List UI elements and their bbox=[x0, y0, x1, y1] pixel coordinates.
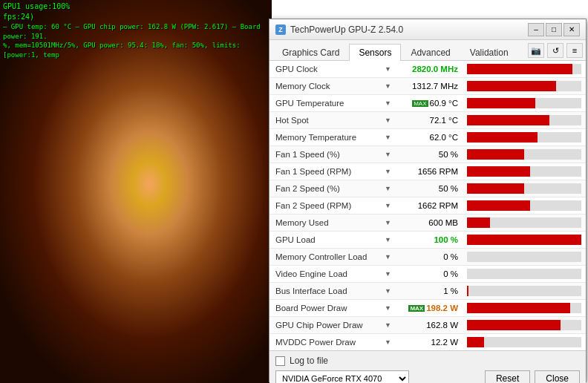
sensor-bar bbox=[467, 235, 581, 245]
tab-validation[interactable]: Validation bbox=[460, 44, 518, 61]
sensor-value: 1662 RPM bbox=[396, 201, 463, 210]
sensor-dropdown-icon[interactable]: ▼ bbox=[385, 99, 391, 107]
sensor-dropdown-icon[interactable]: ▼ bbox=[385, 321, 391, 329]
reset-button[interactable]: Reset bbox=[485, 370, 530, 383]
sensor-row: GPU Load▼100 % bbox=[270, 232, 586, 249]
sensor-bar-container bbox=[467, 337, 581, 347]
sensor-name: Memory Temperature▼ bbox=[270, 133, 396, 142]
sensor-value: 600 MB bbox=[396, 218, 463, 227]
gpu-select[interactable]: NVIDIA GeForce RTX 4070 bbox=[275, 370, 409, 383]
sensor-bar-container bbox=[467, 64, 581, 74]
tab-advanced[interactable]: Advanced bbox=[401, 44, 460, 61]
sensor-dropdown-icon[interactable]: ▼ bbox=[385, 338, 391, 346]
sensor-value: MAX198.2 W bbox=[396, 304, 463, 312]
sensor-bar bbox=[467, 200, 530, 211]
title-bar: Z TechPowerUp GPU-Z 2.54.0 – □ ✕ bbox=[270, 19, 586, 40]
sensor-dropdown-icon[interactable]: ▼ bbox=[385, 82, 391, 90]
sensor-dropdown-icon[interactable]: ▼ bbox=[385, 134, 391, 141]
sensor-bar-container bbox=[467, 286, 581, 296]
tab-graphics-card[interactable]: Graphics Card bbox=[272, 44, 349, 61]
sensor-dropdown-icon[interactable]: ▼ bbox=[385, 117, 391, 124]
sensor-name: Hot Spot▼ bbox=[270, 116, 396, 125]
sensor-row: Memory Clock▼1312.7 MHz bbox=[270, 78, 586, 95]
sensor-bar bbox=[467, 183, 524, 194]
sensor-row: Fan 1 Speed (%)▼50 % bbox=[270, 146, 586, 163]
refresh-button[interactable]: ↺ bbox=[547, 43, 564, 58]
maximize-button[interactable]: □ bbox=[546, 23, 562, 36]
sensor-dropdown-icon[interactable]: ▼ bbox=[385, 270, 391, 278]
sensor-dropdown-icon[interactable]: ▼ bbox=[385, 236, 391, 243]
sensor-dropdown-icon[interactable]: ▼ bbox=[385, 151, 391, 158]
sensor-bar-container bbox=[467, 149, 581, 160]
nav-tabs: Graphics Card Sensors Advanced Validatio… bbox=[272, 43, 518, 60]
sensor-dropdown-icon[interactable]: ▼ bbox=[385, 168, 391, 175]
sensor-bar-container bbox=[467, 200, 581, 211]
sensor-name: Fan 1 Speed (RPM)▼ bbox=[270, 167, 396, 176]
sensor-row: GPU Clock▼2820.0 MHz bbox=[270, 61, 586, 78]
sensor-name: Memory Clock▼ bbox=[270, 82, 396, 91]
menu-button[interactable]: ≡ bbox=[566, 43, 583, 58]
screenshot-button[interactable]: 📷 bbox=[528, 43, 544, 58]
sensor-row: Fan 2 Speed (%)▼50 % bbox=[270, 180, 586, 197]
sensor-bar-container bbox=[467, 269, 581, 279]
sensor-value: 0 % bbox=[396, 252, 463, 261]
sensor-row: Board Power Draw▼MAX198.2 W bbox=[270, 300, 586, 317]
sensor-bar bbox=[467, 64, 572, 74]
sensor-name: Fan 2 Speed (%)▼ bbox=[270, 184, 396, 193]
log-row: Log to file bbox=[275, 356, 580, 366]
sensor-bar bbox=[467, 149, 524, 160]
tab-sensors[interactable]: Sensors bbox=[349, 44, 401, 61]
sensor-bar bbox=[467, 217, 490, 228]
close-window-button[interactable]: ✕ bbox=[564, 23, 580, 36]
sensor-row: MVDDC Power Draw▼12.2 W bbox=[270, 334, 586, 350]
overlay-line3: – GPU temp: 60 °C – GPU chip power: 162.… bbox=[3, 22, 269, 41]
sensor-name: GPU Load▼ bbox=[270, 235, 396, 244]
sensor-bar bbox=[467, 320, 561, 330]
sensor-bar-container bbox=[467, 252, 581, 262]
sensor-dropdown-icon[interactable]: ▼ bbox=[385, 304, 391, 312]
window-title: TechPowerUp GPU-Z 2.54.0 bbox=[290, 24, 403, 35]
sensor-name: Board Power Draw▼ bbox=[270, 304, 396, 312]
sensor-bar-container bbox=[467, 235, 581, 245]
sensor-bar bbox=[467, 286, 468, 296]
sensor-row: Bus Interface Load▼1 % bbox=[270, 283, 586, 300]
log-checkbox[interactable] bbox=[275, 356, 285, 366]
sensor-dropdown-icon[interactable]: ▼ bbox=[385, 202, 391, 209]
sensor-row: GPU Chip Power Draw▼162.8 W bbox=[270, 317, 586, 334]
minimize-button[interactable]: – bbox=[528, 23, 544, 36]
sensor-value: 100 % bbox=[396, 235, 463, 244]
sensor-bar-container bbox=[467, 303, 581, 313]
sensor-dropdown-icon[interactable]: ▼ bbox=[385, 185, 391, 192]
sensor-dropdown-icon[interactable]: ▼ bbox=[385, 253, 391, 261]
sensor-bar-container bbox=[467, 166, 581, 177]
sensor-name: Video Engine Load▼ bbox=[270, 269, 396, 278]
sensor-bar-container bbox=[467, 132, 581, 143]
sensor-bar bbox=[467, 115, 549, 125]
sensor-dropdown-icon[interactable]: ▼ bbox=[385, 219, 391, 226]
sensor-name: GPU Chip Power Draw▼ bbox=[270, 321, 396, 330]
sensor-value: 1312.7 MHz bbox=[396, 82, 463, 91]
sensor-bar bbox=[467, 166, 530, 177]
title-bar-left: Z TechPowerUp GPU-Z 2.54.0 bbox=[275, 24, 403, 35]
sensor-value: 1656 RPM bbox=[396, 167, 463, 176]
sensor-name: Bus Interface Load▼ bbox=[270, 287, 396, 295]
sensor-dropdown-icon[interactable]: ▼ bbox=[385, 65, 391, 73]
sensor-row: Fan 2 Speed (RPM)▼1662 RPM bbox=[270, 197, 586, 215]
overlay-line2: fps:24) bbox=[3, 12, 269, 22]
close-button[interactable]: Close bbox=[535, 370, 580, 383]
sensor-bar-container bbox=[467, 115, 581, 125]
sensor-name: MVDDC Power Draw▼ bbox=[270, 338, 396, 347]
sensor-dropdown-icon[interactable]: ▼ bbox=[385, 287, 391, 295]
overlay-line4: %, mem=10501MHz/5%, GPU power: 95.4: 18%… bbox=[3, 41, 269, 59]
sensor-value: 2820.0 MHz bbox=[396, 65, 463, 73]
background-image: GPU1 usage:100% fps:24) – GPU temp: 60 °… bbox=[0, 0, 272, 383]
sensor-value: 72.1 °C bbox=[396, 116, 463, 125]
sensor-name: Memory Used▼ bbox=[270, 218, 396, 227]
action-buttons: Reset Close bbox=[485, 370, 580, 383]
sensor-bar-container bbox=[467, 98, 581, 108]
sensor-value: 0 % bbox=[396, 269, 463, 278]
sensor-name: GPU Temperature▼ bbox=[270, 99, 396, 108]
bottom-bar: Log to file NVIDIA GeForce RTX 4070 Rese… bbox=[270, 350, 586, 383]
sensor-bar bbox=[467, 98, 535, 108]
app-icon: Z bbox=[275, 24, 286, 35]
